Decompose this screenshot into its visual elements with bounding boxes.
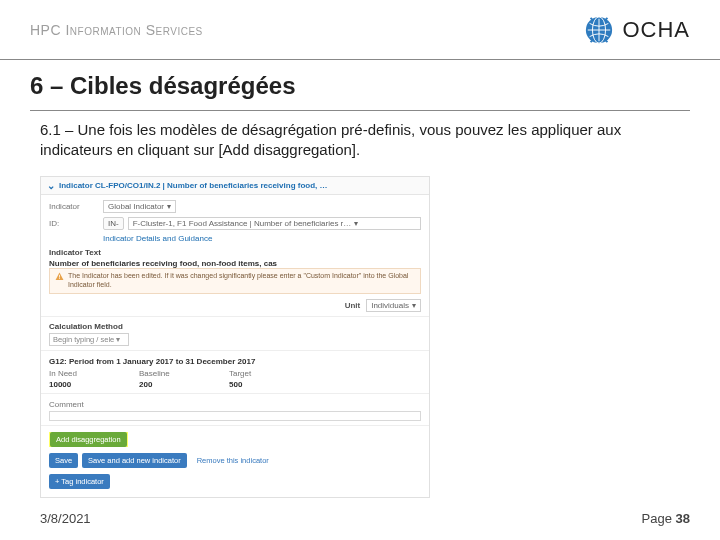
org-prefix: HPC [30, 22, 65, 38]
slide: HPC Information Services OCHA 6 – Cibles… [0, 0, 720, 540]
footer-page: Page 38 [642, 511, 690, 526]
save-button[interactable]: Save [49, 453, 78, 468]
caret-down-icon: ▾ [116, 335, 120, 344]
shot-accordion-header[interactable]: ⌄ Indicator CL-FPO/CO1/IN.2 | Number of … [41, 177, 429, 195]
disagg-row: Add disaggregation [49, 432, 421, 447]
period-heading: G12: Period from 1 January 2017 to 31 De… [49, 357, 421, 366]
tag-row: + Tag indicator [49, 474, 421, 489]
unit-select[interactable]: Individuals ▾ [366, 299, 421, 312]
unit-value: Individuals [371, 301, 409, 310]
indicator-select[interactable]: F-Cluster-1, F1 Food Assistance | Number… [128, 217, 421, 230]
unit-row: Unit Individuals ▾ [49, 299, 421, 312]
slide-footer: 3/8/2021 Page 38 [40, 511, 690, 526]
calc-method-label: Calculation Method [49, 322, 421, 331]
comment-input[interactable] [49, 411, 421, 421]
tag-indicator-button[interactable]: + Tag indicator [49, 474, 110, 489]
ocha-text: OCHA [622, 17, 690, 43]
save-add-new-button[interactable]: Save and add new indicator [82, 453, 187, 468]
in-need-value: 10000 [49, 380, 109, 389]
indicator-label: Indicator [49, 202, 99, 211]
title-row: 6 – Cibles désagrégées [30, 72, 690, 111]
action-row: Save Save and add new indicator Remove t… [49, 453, 421, 468]
page-number: 38 [676, 511, 690, 526]
target-col: Target 500 [229, 369, 289, 389]
id-prefix-pill: IN- [103, 217, 124, 230]
svg-rect-2 [59, 275, 60, 278]
indicator-text-value: Number of beneficiaries receiving food, … [49, 259, 421, 268]
org-smallcaps: Information Services [65, 22, 202, 38]
indicator-row: Indicator Global Indicator ▾ [49, 200, 421, 213]
caret-down-icon: ▾ [412, 301, 416, 310]
divider [41, 316, 429, 317]
shot-body: Indicator Global Indicator ▾ ID: IN- F-C… [41, 195, 429, 497]
divider [41, 393, 429, 394]
page-title: 6 – Cibles désagrégées [30, 72, 690, 100]
baseline-col: Baseline 200 [139, 369, 199, 389]
indicator-type-select[interactable]: Global Indicator ▾ [103, 200, 176, 213]
warning-text: The Indicator has been edited. If it was… [68, 272, 415, 290]
unit-label: Unit [345, 301, 361, 310]
indicator-text-label: Indicator Text [49, 248, 421, 257]
baseline-value: 200 [139, 380, 199, 389]
period-values: In Need 10000 Baseline 200 Target 500 [49, 369, 421, 389]
highlight: Add disaggregation [49, 432, 128, 447]
indicator-type-value: Global Indicator [108, 202, 164, 211]
baseline-label: Baseline [139, 369, 199, 378]
body-wrap: 6.1 – Une fois les modèles de désagrégat… [40, 120, 680, 161]
remove-indicator-link[interactable]: Remove this indicator [191, 453, 275, 468]
slide-header: HPC Information Services OCHA [0, 0, 720, 60]
footer-date: 3/8/2021 [40, 511, 91, 526]
guidance-link[interactable]: Indicator Details and Guidance [103, 234, 212, 243]
target-value: 500 [229, 380, 289, 389]
in-need-label: In Need [49, 369, 109, 378]
page-label: Page [642, 511, 676, 526]
warning-banner: The Indicator has been edited. If it was… [49, 268, 421, 294]
comment-label: Comment [49, 400, 421, 409]
caret-down-icon: ▾ [167, 202, 171, 211]
target-label: Target [229, 369, 289, 378]
chevron-down-icon: ⌄ [47, 180, 55, 191]
guidance-link-row: Indicator Details and Guidance [103, 234, 421, 243]
shot-bar-label: Indicator CL-FPO/CO1/IN.2 | Number of be… [59, 181, 328, 190]
in-need-col: In Need 10000 [49, 369, 109, 389]
org-line: HPC Information Services [30, 22, 203, 38]
id-label: ID: [49, 219, 99, 228]
id-prefix-text: IN- [108, 219, 119, 228]
ocha-globe-icon [584, 15, 614, 45]
ocha-brand: OCHA [584, 15, 690, 45]
calc-method-input[interactable]: Begin typing / sele ▾ [49, 333, 129, 346]
divider [41, 425, 429, 426]
indicator-select-value: F-Cluster-1, F1 Food Assistance | Number… [133, 219, 352, 228]
svg-rect-3 [59, 278, 60, 279]
comment-row: Comment [49, 400, 421, 421]
caret-down-icon: ▾ [354, 219, 358, 228]
add-disaggregation-button[interactable]: Add disaggregation [50, 432, 127, 447]
divider [41, 350, 429, 351]
calc-method-value: Begin typing / sele [53, 335, 114, 344]
body-text: 6.1 – Une fois les modèles de désagrégat… [40, 120, 680, 161]
id-row: ID: IN- F-Cluster-1, F1 Food Assistance … [49, 217, 421, 230]
form-screenshot: ⌄ Indicator CL-FPO/CO1/IN.2 | Number of … [40, 176, 430, 498]
